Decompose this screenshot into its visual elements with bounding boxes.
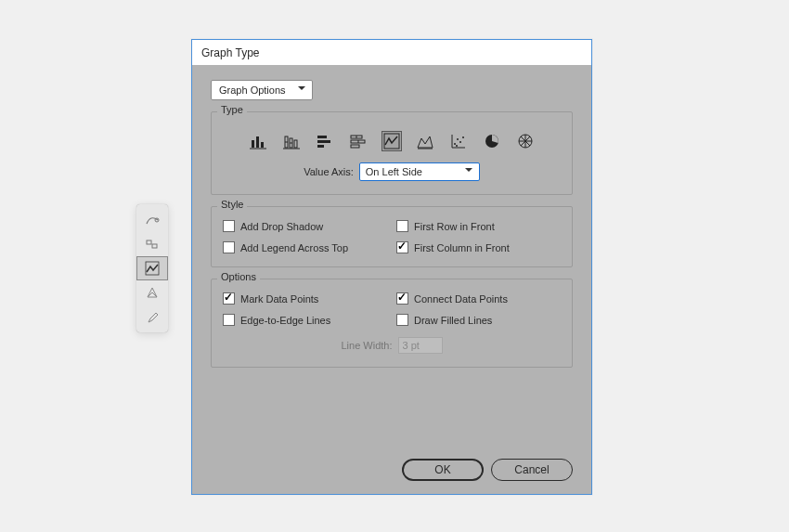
svg-point-28 bbox=[457, 138, 459, 140]
add-drop-shadow-checkbox[interactable]: Add Drop Shadow bbox=[223, 220, 387, 232]
svg-point-29 bbox=[459, 141, 461, 143]
draw-filled-lines-checkbox[interactable]: Draw Filled Lines bbox=[396, 314, 561, 326]
svg-rect-12 bbox=[294, 140, 297, 148]
cancel-button[interactable]: Cancel bbox=[491, 459, 573, 481]
radar-graph-icon[interactable] bbox=[515, 131, 536, 151]
ok-button-label: OK bbox=[434, 463, 450, 476]
line-graph-tool-icon[interactable] bbox=[136, 256, 168, 280]
draw-filled-lines-label: Draw Filled Lines bbox=[414, 315, 492, 326]
svg-rect-2 bbox=[152, 244, 157, 248]
svg-rect-1 bbox=[147, 240, 151, 244]
svg-point-31 bbox=[456, 145, 458, 147]
line-width-input bbox=[398, 337, 443, 354]
svg-rect-14 bbox=[317, 136, 327, 138]
svg-point-27 bbox=[454, 143, 456, 145]
scatter-graph-icon[interactable] bbox=[448, 131, 469, 151]
svg-rect-15 bbox=[317, 140, 330, 143]
type-group: Type bbox=[211, 111, 573, 195]
section-dropdown-value: Graph Options bbox=[219, 84, 286, 96]
edge-to-edge-lines-label: Edge-to-Edge Lines bbox=[240, 315, 330, 326]
first-column-front-label: First Column in Front bbox=[414, 242, 510, 253]
eyedropper-tool-icon[interactable] bbox=[136, 305, 168, 329]
options-group-label: Options bbox=[217, 271, 260, 282]
perspective-tool-icon[interactable] bbox=[136, 280, 168, 305]
stacked-column-graph-icon[interactable] bbox=[281, 131, 302, 151]
value-axis-value: On Left Side bbox=[366, 166, 422, 177]
dialog-title: Graph Type bbox=[201, 46, 259, 59]
svg-rect-4 bbox=[252, 140, 254, 148]
edge-to-edge-lines-checkbox[interactable]: Edge-to-Edge Lines bbox=[223, 314, 387, 326]
svg-marker-23 bbox=[418, 136, 433, 148]
curvature-tool-icon[interactable] bbox=[136, 208, 168, 232]
dialog-titlebar: Graph Type bbox=[192, 40, 591, 65]
bar-graph-icon[interactable] bbox=[315, 131, 335, 151]
connect-data-points-label: Connect Data Points bbox=[414, 293, 508, 305]
line-width-label: Line Width: bbox=[341, 340, 392, 351]
svg-rect-21 bbox=[351, 145, 359, 148]
value-axis-dropdown[interactable]: On Left Side bbox=[359, 162, 480, 181]
slice-tool-icon[interactable] bbox=[136, 232, 168, 256]
type-group-label: Type bbox=[217, 104, 247, 115]
line-graph-icon[interactable] bbox=[382, 131, 402, 151]
stacked-bar-graph-icon[interactable] bbox=[348, 131, 369, 151]
value-axis-label: Value Axis: bbox=[304, 166, 354, 177]
add-legend-across-checkbox[interactable]: Add Legend Across Top bbox=[223, 241, 387, 253]
add-drop-shadow-label: Add Drop Shadow bbox=[240, 221, 323, 232]
connect-data-points-checkbox[interactable]: Connect Data Points bbox=[396, 292, 561, 305]
svg-rect-6 bbox=[261, 142, 264, 148]
section-dropdown[interactable]: Graph Options bbox=[211, 80, 313, 100]
mark-data-points-checkbox[interactable]: Mark Data Points bbox=[223, 292, 387, 305]
style-group-label: Style bbox=[217, 199, 247, 210]
mark-data-points-label: Mark Data Points bbox=[240, 293, 318, 305]
svg-point-30 bbox=[462, 136, 464, 138]
svg-rect-5 bbox=[256, 136, 259, 148]
options-group: Options Mark Data Points Connect Data Po… bbox=[211, 279, 573, 368]
ok-button[interactable]: OK bbox=[402, 459, 484, 481]
pie-graph-icon[interactable] bbox=[482, 131, 502, 151]
svg-rect-22 bbox=[384, 134, 399, 149]
style-group: Style Add Drop Shadow First Row in Front… bbox=[211, 206, 573, 267]
tools-palette bbox=[136, 204, 168, 332]
cancel-button-label: Cancel bbox=[514, 463, 549, 476]
svg-rect-16 bbox=[317, 145, 324, 148]
first-row-front-checkbox[interactable]: First Row in Front bbox=[396, 220, 561, 232]
add-legend-across-label: Add Legend Across Top bbox=[240, 242, 348, 253]
area-graph-icon[interactable] bbox=[415, 131, 435, 151]
column-graph-icon[interactable] bbox=[248, 131, 268, 151]
first-row-front-label: First Row in Front bbox=[414, 221, 495, 232]
first-column-front-checkbox[interactable]: First Column in Front bbox=[396, 241, 561, 253]
graph-type-dialog: Graph Type Graph Options Type bbox=[191, 39, 592, 495]
